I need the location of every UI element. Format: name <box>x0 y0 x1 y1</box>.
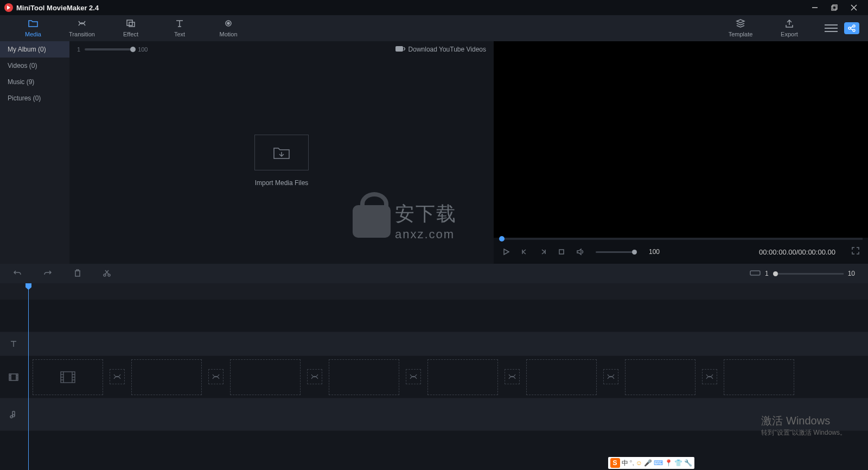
ime-s-icon: S <box>610 458 620 468</box>
import-media-label: Import Media Files <box>255 179 309 187</box>
svg-point-45 <box>12 415 15 417</box>
transition-slot[interactable] <box>505 369 520 384</box>
transition-slot[interactable] <box>110 369 125 384</box>
titlebar: MiniTool MovieMaker 2.4 <box>0 0 868 15</box>
track-video[interactable] <box>0 356 868 398</box>
zoom-max: 10 <box>848 270 855 277</box>
app-logo-icon <box>4 3 13 12</box>
timeline-tools: 1 10 <box>0 264 868 283</box>
ime-lang: 中 <box>622 459 628 468</box>
import-media-button[interactable] <box>254 135 309 170</box>
svg-rect-17 <box>395 46 403 52</box>
clip-slot[interactable] <box>33 359 103 395</box>
redo-button[interactable] <box>43 269 52 278</box>
thumb-size-slider[interactable] <box>85 48 133 50</box>
sidebar-item-pictures[interactable]: Pictures (0) <box>0 90 69 106</box>
track-empty <box>0 300 868 332</box>
ime-tray[interactable]: S 中 °, ☺ 🎤 ⌨ 📍 👕 🔧 <box>608 457 694 469</box>
ime-mic-icon: 🎤 <box>644 459 652 467</box>
timeline <box>0 283 868 470</box>
split-button[interactable] <box>103 269 111 278</box>
app-title: MiniTool MovieMaker 2.4 <box>16 4 99 12</box>
ime-tool-icon: 🔧 <box>684 459 692 467</box>
youtube-download-icon <box>395 45 405 54</box>
svg-line-15 <box>851 27 853 28</box>
tab-effect[interactable]: Effect <box>106 15 155 41</box>
ime-keyboard-icon: ⌨ <box>654 459 663 467</box>
clip-slot[interactable] <box>427 359 498 395</box>
prev-frame-button[interactable] <box>521 248 528 256</box>
minimize-button[interactable] <box>805 0 825 15</box>
transition-slot[interactable] <box>603 369 618 384</box>
export-icon <box>784 19 794 30</box>
effect-icon <box>126 19 136 30</box>
close-button[interactable] <box>844 0 864 15</box>
tab-transition[interactable]: Transition <box>58 15 106 41</box>
sidebar-item-myalbum[interactable]: My Album (0) <box>0 41 69 58</box>
tab-label: Motion <box>219 31 237 37</box>
zoom-slider[interactable] <box>773 273 844 275</box>
ime-punct-icon: °, <box>630 459 634 467</box>
transition-icon <box>77 19 87 30</box>
tab-label: Media <box>25 31 41 37</box>
next-frame-button[interactable] <box>539 248 547 256</box>
video-track-icon <box>0 373 27 382</box>
export-label: Export <box>781 31 798 37</box>
template-icon <box>736 19 745 30</box>
tab-media[interactable]: Media <box>9 15 58 41</box>
svg-rect-23 <box>750 271 760 275</box>
tab-text[interactable]: Text <box>155 15 204 41</box>
transition-slot[interactable] <box>702 369 717 384</box>
clip-slot[interactable] <box>625 359 695 395</box>
clip-slot[interactable] <box>526 359 597 395</box>
ime-skin-icon: 👕 <box>674 459 682 467</box>
ime-pin-icon: 📍 <box>665 459 673 467</box>
main-area: My Album (0) Videos (0) Music (9) Pictur… <box>0 41 868 264</box>
audio-track-icon <box>0 410 27 419</box>
playhead[interactable] <box>28 283 29 470</box>
svg-point-13 <box>853 25 855 27</box>
text-track-icon <box>0 340 27 348</box>
stop-button[interactable] <box>558 248 565 256</box>
svg-rect-1 <box>832 6 836 10</box>
main-toolbar: Media Transition Effect Text Motion Temp… <box>0 15 868 41</box>
sidebar-item-videos[interactable]: Videos (0) <box>0 58 69 74</box>
template-button[interactable]: Template <box>716 15 765 41</box>
clip-slot[interactable] <box>724 359 794 395</box>
preview-seek-slider[interactable] <box>499 238 863 240</box>
clip-slot[interactable] <box>329 359 399 395</box>
fullscreen-button[interactable] <box>852 247 859 257</box>
fit-button[interactable] <box>750 269 761 278</box>
transition-slot[interactable] <box>406 369 421 384</box>
timeline-ruler[interactable] <box>0 283 868 300</box>
download-youtube-button[interactable]: Download YouTube Videos <box>395 45 486 54</box>
clip-placeholder-icon <box>60 371 75 384</box>
volume-slider[interactable] <box>596 251 635 253</box>
sidebar-item-music[interactable]: Music (9) <box>0 74 69 90</box>
track-text[interactable] <box>0 332 868 356</box>
export-button[interactable]: Export <box>765 15 814 41</box>
thumb-size-max: 100 <box>138 46 148 53</box>
tab-motion[interactable]: Motion <box>204 15 253 41</box>
volume-value: 100 <box>649 248 660 256</box>
maximize-button[interactable] <box>825 0 844 15</box>
folder-icon <box>28 19 38 30</box>
volume-button[interactable] <box>576 248 585 256</box>
delete-button[interactable] <box>74 269 81 278</box>
play-button[interactable] <box>502 248 510 256</box>
thumb-size-min: 1 <box>77 46 80 53</box>
menu-button[interactable] <box>825 24 838 32</box>
text-icon <box>175 19 184 30</box>
transition-slot[interactable] <box>208 369 224 384</box>
clip-slot[interactable] <box>230 359 301 395</box>
undo-button[interactable] <box>13 269 22 278</box>
template-label: Template <box>729 31 753 37</box>
track-audio[interactable] <box>0 398 868 431</box>
download-youtube-label: Download YouTube Videos <box>409 46 486 53</box>
share-badge-icon[interactable] <box>844 22 859 34</box>
transition-slot[interactable] <box>307 369 322 384</box>
preview-screen[interactable] <box>494 41 868 238</box>
activate-windows-overlay: 激活 Windows 转到"设置"以激活 Windows。 <box>761 414 846 437</box>
preview-time: 00:00:00.00/00:00:00.00 <box>759 248 835 256</box>
clip-slot[interactable] <box>131 359 202 395</box>
